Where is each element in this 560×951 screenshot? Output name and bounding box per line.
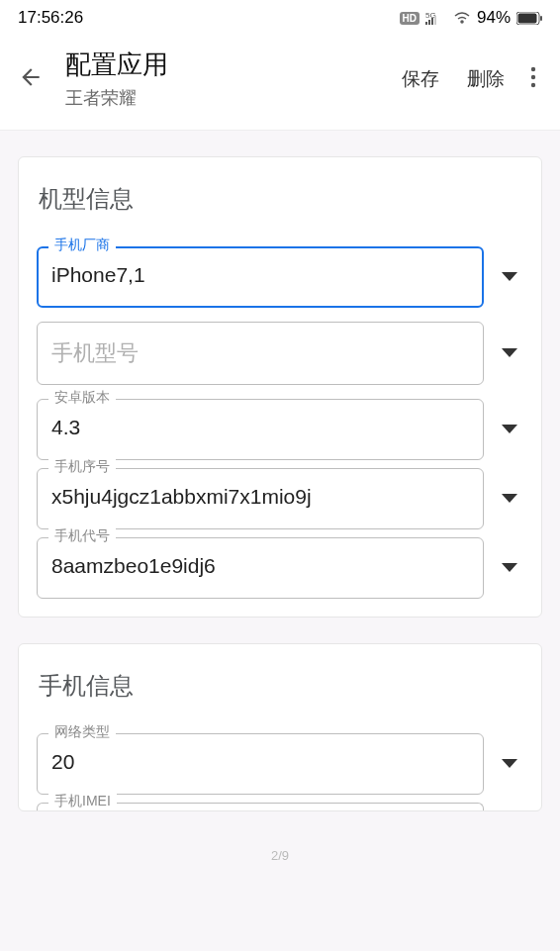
field-label-nettype: 网络类型 <box>48 723 116 741</box>
nettype-dropdown[interactable] <box>496 747 523 781</box>
vendor-dropdown[interactable] <box>496 260 523 294</box>
field-row-serial: 手机序号 x5hju4jgcz1abbxmi7x1mio9j <box>37 468 523 529</box>
title-block: 配置应用 王者荣耀 <box>65 48 388 110</box>
field-row-codename: 手机代号 8aamzbeo1e9idj6 <box>37 537 523 599</box>
more-button[interactable] <box>518 58 542 100</box>
field-row-imei: 手机IMEI <box>37 803 523 810</box>
svg-rect-1 <box>425 22 427 25</box>
arrow-left-icon <box>18 64 44 90</box>
section-title-phone: 手机信息 <box>37 670 523 702</box>
status-bar: 17:56:26 HD 5G 94% <box>0 0 560 34</box>
page-subtitle: 王者荣耀 <box>65 86 388 110</box>
chevron-down-icon <box>502 272 517 282</box>
status-right: HD 5G 94% <box>400 8 542 28</box>
page-title: 配置应用 <box>65 48 388 82</box>
field-label-android: 安卓版本 <box>48 389 116 407</box>
svg-point-9 <box>531 74 535 78</box>
svg-rect-2 <box>428 20 430 25</box>
chevron-down-icon <box>502 348 517 358</box>
android-dropdown[interactable] <box>496 413 523 446</box>
more-vert-icon <box>530 66 536 88</box>
svg-rect-3 <box>431 18 433 25</box>
signal-icon: 5G <box>425 11 447 25</box>
page-indicator: 2/9 <box>271 848 289 863</box>
chevron-down-icon <box>502 425 517 434</box>
field-label-serial: 手机序号 <box>48 458 116 476</box>
battery-icon <box>516 12 542 25</box>
svg-rect-4 <box>434 16 436 25</box>
chevron-down-icon <box>502 494 517 504</box>
field-row-model: 手机型号 <box>37 322 523 385</box>
wifi-icon <box>453 11 471 25</box>
field-label-vendor: 手机厂商 <box>48 237 116 254</box>
battery-percent: 94% <box>477 8 511 28</box>
svg-rect-6 <box>518 13 537 23</box>
serial-input[interactable]: x5hju4jgcz1abbxmi7x1mio9j <box>37 468 484 529</box>
back-button[interactable] <box>18 56 57 102</box>
section-title-device: 机型信息 <box>37 183 523 215</box>
serial-dropdown[interactable] <box>496 482 523 516</box>
chevron-down-icon <box>502 759 517 769</box>
field-label-codename: 手机代号 <box>48 527 116 545</box>
field-row-nettype: 网络类型 20 <box>37 733 523 795</box>
content: 机型信息 手机厂商 iPhone7,1 手机型号 安卓版本 4.3 <box>0 131 560 863</box>
field-row-vendor: 手机厂商 iPhone7,1 <box>37 246 523 308</box>
model-input[interactable]: 手机型号 <box>37 322 484 385</box>
codename-input[interactable]: 8aamzbeo1e9idj6 <box>37 537 484 599</box>
nettype-input[interactable]: 20 <box>37 733 484 795</box>
model-dropdown[interactable] <box>496 336 523 370</box>
vendor-input[interactable]: iPhone7,1 <box>37 246 484 308</box>
save-button[interactable]: 保存 <box>388 58 453 100</box>
card-phone-info: 手机信息 网络类型 20 手机IMEI <box>18 643 542 811</box>
android-input[interactable]: 4.3 <box>37 399 484 460</box>
codename-dropdown[interactable] <box>496 551 523 585</box>
delete-button[interactable]: 删除 <box>453 58 518 100</box>
hd-icon: HD <box>400 12 420 25</box>
svg-point-10 <box>531 82 535 86</box>
status-time: 17:56:26 <box>18 8 83 28</box>
field-row-android: 安卓版本 4.3 <box>37 399 523 460</box>
app-bar: 配置应用 王者荣耀 保存 删除 <box>0 34 560 131</box>
chevron-down-icon <box>502 563 517 573</box>
card-device-info: 机型信息 手机厂商 iPhone7,1 手机型号 安卓版本 4.3 <box>18 156 542 618</box>
svg-point-8 <box>531 66 535 70</box>
svg-rect-7 <box>540 16 542 21</box>
field-label-imei: 手机IMEI <box>48 793 117 810</box>
